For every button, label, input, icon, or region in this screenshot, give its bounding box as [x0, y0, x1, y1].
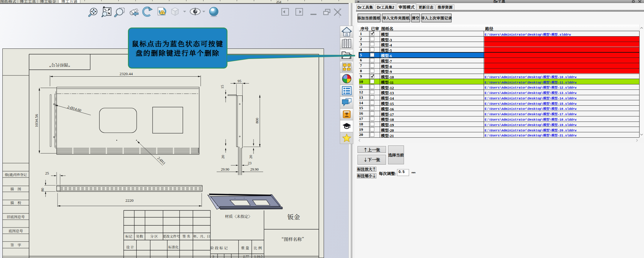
- svg-text:S: S: [212, 254, 214, 258]
- svg-text:处数: 处数: [136, 234, 143, 239]
- svg-text:年、月、日: 年、月、日: [193, 234, 210, 239]
- svg-text:钣金: 钣金: [287, 212, 300, 221]
- svg-text:旧底图总号: 旧底图总号: [7, 214, 25, 219]
- svg-text:标准化: 标准化: [168, 245, 179, 249]
- svg-text:1:16.5: 1:16.5: [254, 254, 263, 258]
- svg-text:底图总号: 底图总号: [8, 228, 23, 233]
- svg-text:2.77: 2.77: [243, 254, 249, 258]
- svg-text:阶 段 标 记: 阶 段 标 记: [210, 245, 228, 250]
- svg-text:更改文件号: 更改文件号: [163, 234, 180, 239]
- svg-text:比 例: 比 例: [254, 245, 262, 250]
- svg-text:签 名: 签 名: [182, 234, 190, 239]
- svg-text:20: 20: [249, 155, 253, 159]
- svg-text:2220: 2220: [126, 198, 134, 203]
- svg-text:80: 80: [40, 188, 45, 192]
- svg-text:分 区: 分 区: [150, 234, 158, 239]
- svg-text:设 计: 设 计: [126, 245, 134, 249]
- svg-text:描 图: 描 图: [10, 186, 21, 191]
- svg-text:25: 25: [45, 171, 49, 175]
- svg-text:描 校: 描 校: [10, 200, 21, 205]
- svg-text:签 字: 签 字: [10, 242, 21, 247]
- svg-text:23: 23: [248, 161, 252, 165]
- svg-text:重 量: 重 量: [241, 245, 249, 250]
- svg-text:“图样名称”: “图样名称”: [279, 236, 306, 242]
- svg-text:标记: 标记: [126, 234, 132, 239]
- svg-text:材质〈未指定〉: 材质〈未指定〉: [225, 213, 252, 219]
- svg-text:29.90: 29.90: [221, 167, 229, 172]
- svg-text:800: 800: [255, 118, 259, 124]
- svg-text:20: 20: [221, 155, 225, 159]
- svg-text:29.90: 29.90: [250, 167, 259, 172]
- svg-text:1034.56: 1034.56: [34, 114, 39, 127]
- svg-text:借(通)用件登记: 借(通)用件登记: [5, 172, 27, 177]
